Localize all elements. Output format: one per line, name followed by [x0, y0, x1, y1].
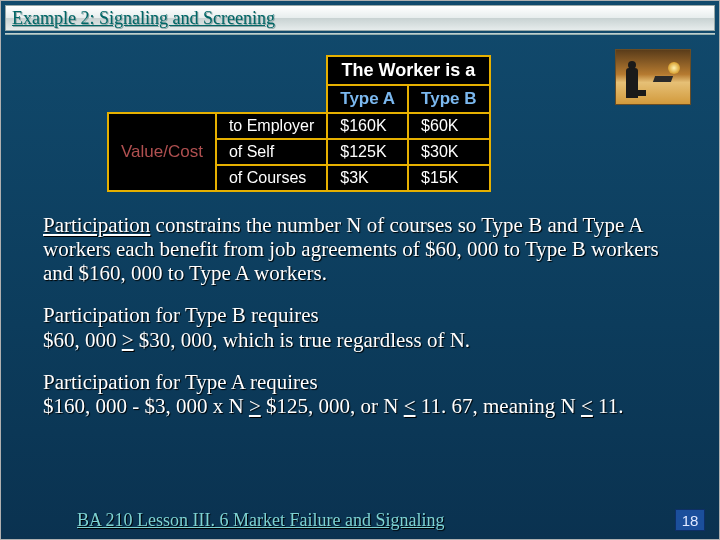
cell: $125K	[327, 139, 408, 165]
slide: Example 2: Signaling and Screening The W…	[0, 0, 720, 540]
table-top-header: The Worker is a	[327, 56, 489, 85]
hero-image	[615, 49, 691, 105]
paragraph-2: Participation for Type B requires $60, 0…	[43, 303, 691, 351]
cell: $160K	[327, 113, 408, 139]
row-label: of Self	[216, 139, 327, 165]
slide-title: Example 2: Signaling and Screening	[12, 8, 275, 29]
cell: $60K	[408, 113, 489, 139]
title-divider	[5, 33, 715, 35]
page-number: 18	[675, 509, 705, 531]
paragraph-1: Participation constrains the number N of…	[43, 213, 691, 285]
footer: BA 210 Lesson III. 6 Market Failure and …	[1, 505, 719, 539]
side-header: Value/Cost	[108, 113, 216, 191]
term-participation: Participation	[43, 213, 150, 237]
value-cost-table: The Worker is a Type A Type B Value/Cost…	[107, 55, 491, 192]
col-type-b: Type B	[408, 85, 489, 113]
paragraph-3: Participation for Type A requires $160, …	[43, 370, 691, 418]
course-footer: BA 210 Lesson III. 6 Market Failure and …	[77, 510, 444, 531]
col-type-a: Type A	[327, 85, 408, 113]
cell: $30K	[408, 139, 489, 165]
title-bar: Example 2: Signaling and Screening	[5, 5, 715, 31]
cell: $3K	[327, 165, 408, 191]
row-label: to Employer	[216, 113, 327, 139]
row-label: of Courses	[216, 165, 327, 191]
cell: $15K	[408, 165, 489, 191]
body-text: Participation constrains the number N of…	[43, 213, 691, 436]
